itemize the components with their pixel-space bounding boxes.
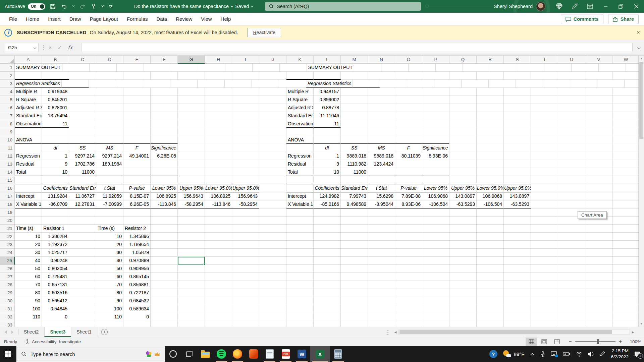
menu-tab-draw[interactable]: Draw [65,13,86,25]
cell-O10[interactable] [395,136,422,144]
cell-S3[interactable] [543,80,570,88]
cell-K10[interactable]: ANOVA [286,136,314,144]
notification-center-button[interactable]: 2 [634,351,641,357]
cell-S14[interactable] [504,168,531,176]
formula-input[interactable] [81,43,633,52]
cell-D13[interactable]: 189.1984 [96,160,123,168]
menu-tab-data[interactable]: Data [152,13,171,25]
cell-H16[interactable]: Lower 95.0% [205,184,232,192]
cell-G7[interactable] [178,112,205,120]
cell-P9[interactable] [422,128,449,136]
cell-T1[interactable] [572,64,599,72]
cell-I1[interactable] [253,64,280,72]
cell-B26[interactable]: 0.803054 [42,265,69,273]
cell-V11[interactable] [585,144,612,152]
banner-close-icon[interactable]: × [637,29,640,36]
cell-P13[interactable] [422,160,449,168]
restore-button[interactable] [613,0,629,13]
cell-G30[interactable] [178,297,205,305]
cell-E12[interactable]: 49.14001 [123,152,151,160]
cell-A13[interactable]: Residual [15,160,42,168]
cell-Q22[interactable] [449,233,477,241]
cell-O4[interactable] [395,88,422,96]
sheet-tab-sheet1[interactable]: Sheet1 [71,327,97,337]
cell-D17[interactable]: 11.92059 [96,192,123,200]
cell-F27[interactable] [151,273,178,281]
cell-H28[interactable] [205,281,232,289]
cell-L7[interactable]: 11.11046 [314,112,341,120]
cell-K12[interactable]: Regression [286,152,314,160]
select-all-corner[interactable] [0,56,15,64]
cell-Q18[interactable]: -63.5293 [449,200,477,208]
cell-D14[interactable] [96,168,123,176]
cell-N18[interactable]: -8.95044 [368,200,395,208]
column-header-A[interactable]: A [15,56,42,64]
cell-W33[interactable] [612,321,640,327]
cell-S26[interactable] [504,265,531,273]
cell-M12[interactable]: 9889.018 [341,152,368,160]
cell-W12[interactable] [612,152,640,160]
page-layout-view-button[interactable] [538,338,550,346]
tray-expand-icon[interactable] [530,352,535,356]
cell-L24[interactable] [314,249,341,257]
cell-F3[interactable] [170,80,198,88]
cell-I13[interactable] [232,160,259,168]
cell-S27[interactable] [504,273,531,281]
cell-N33[interactable] [368,321,395,327]
cell-S22[interactable] [504,233,531,241]
cell-A6[interactable]: Adjusted R Square [15,104,42,112]
cell-T12[interactable] [531,152,558,160]
scroll-down-icon[interactable]: ▼ [639,321,644,327]
cell-F6[interactable] [151,104,178,112]
cell-I32[interactable] [232,313,259,321]
cell-R21[interactable] [477,225,504,233]
cell-J7[interactable] [259,112,286,120]
cell-I30[interactable] [232,297,259,305]
cell-N17[interactable]: 15.6298 [368,192,395,200]
cell-N24[interactable] [368,249,395,257]
cell-A24[interactable]: 30 [15,249,42,257]
cell-R29[interactable] [477,289,504,297]
cell-M13[interactable]: 1110.982 [341,160,368,168]
cell-E18[interactable]: 6.26E-05 [123,200,151,208]
cell-G16[interactable]: Upper 95% [178,184,205,192]
cell-P15[interactable] [422,176,449,184]
cell-P24[interactable] [422,249,449,257]
column-header-W[interactable]: W [612,56,640,64]
cell-I22[interactable] [232,233,259,241]
cell-Q19[interactable] [449,208,477,217]
row-header-33[interactable]: 33 [0,321,15,327]
cell-W2[interactable] [612,72,640,80]
cell-G22[interactable] [178,233,205,241]
column-header-H[interactable]: H [205,56,232,64]
cell-J3[interactable] [279,80,306,88]
cell-C15[interactable] [69,176,96,184]
taskbar-icon-calculator[interactable] [330,346,346,362]
cell-J2[interactable] [259,72,286,80]
cell-H21[interactable] [205,225,232,233]
cell-F20[interactable] [151,217,178,225]
cell-I18[interactable]: -58.2954 [232,200,259,208]
cell-A2[interactable] [15,72,42,80]
cell-U12[interactable] [558,152,585,160]
cell-J32[interactable] [259,313,286,321]
cell-T22[interactable] [531,233,558,241]
menu-tab-review[interactable]: Review [171,13,197,25]
cell-P5[interactable] [422,96,449,104]
row-header-11[interactable]: 11 [0,144,15,152]
cell-C11[interactable]: SS [69,144,96,152]
cell-H22[interactable] [205,233,232,241]
cell-N30[interactable] [368,297,395,305]
cell-D30[interactable]: 90 [96,297,123,305]
cell-U13[interactable] [558,160,585,168]
cell-V6[interactable] [585,104,612,112]
column-header-O[interactable]: O [395,56,422,64]
scroll-left-icon[interactable]: ◀ [392,330,398,334]
cell-C3[interactable] [89,80,116,88]
cell-I24[interactable] [232,249,259,257]
cell-V13[interactable] [585,160,612,168]
cell-C9[interactable] [69,128,96,136]
cell-J31[interactable] [259,305,286,313]
cell-V32[interactable] [585,313,612,321]
cell-T7[interactable] [531,112,558,120]
